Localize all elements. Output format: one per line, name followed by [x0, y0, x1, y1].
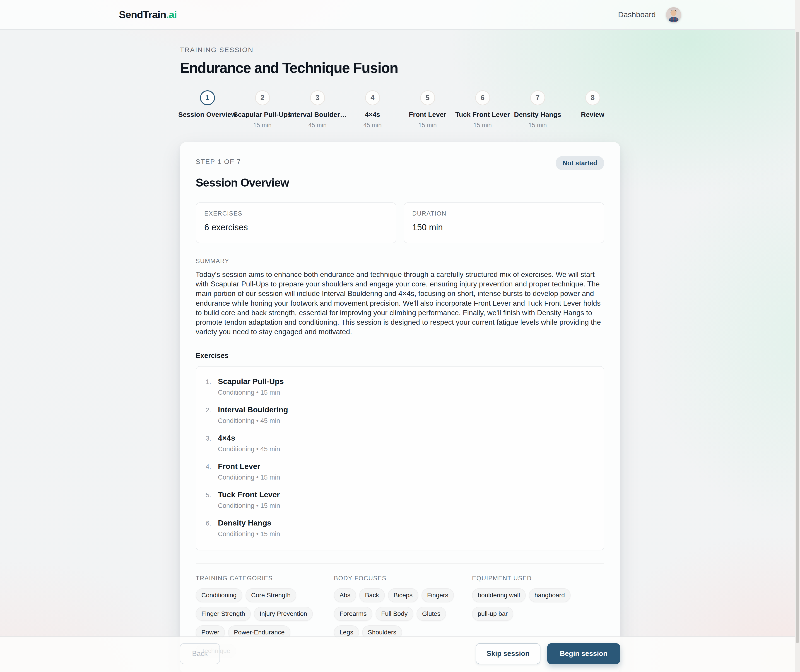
card-header: STEP 1 OF 7 Not started: [196, 156, 604, 170]
chip-body-focus: Glutes: [417, 607, 446, 621]
exercise-index: 6.: [206, 518, 218, 538]
step-label: Front Lever: [409, 111, 446, 118]
exercise-name: Scapular Pull-Ups: [218, 377, 284, 386]
chip-body-focus: Fingers: [422, 588, 454, 602]
exercise-index: 5.: [206, 490, 218, 509]
card-title: Session Overview: [196, 176, 604, 189]
stepper-item-interval-bouldering[interactable]: 3 Interval Boulder… 45 min: [290, 90, 345, 129]
brand-suffix: .ai: [166, 9, 177, 20]
step-circle: 5: [420, 90, 435, 105]
chip-training-category: Finger Strength: [196, 607, 251, 621]
training-categories-label: TRAINING CATEGORIES: [196, 575, 328, 582]
body-focuses-chips: Abs Back Biceps Fingers Forearms Full Bo…: [334, 588, 466, 639]
step-circle: 1: [200, 90, 215, 105]
hero-eyebrow: TRAINING SESSION: [180, 46, 620, 54]
step-progress-label: STEP 1 OF 7: [196, 156, 241, 165]
stepper-item-review[interactable]: 8 Review: [565, 90, 620, 129]
top-bar: SendTrain.ai Dashboard: [0, 0, 800, 30]
stat-duration-label: DURATION: [412, 210, 596, 217]
step-label: Scapular Pull-Ups: [233, 111, 292, 118]
exercise-list-item: 6. Density Hangs Conditioning • 15 min: [196, 515, 604, 544]
status-badge: Not started: [556, 156, 604, 170]
footer-inner: Back Skip session Begin session: [180, 637, 620, 664]
stat-exercises-value: 6 exercises: [204, 222, 388, 232]
exercise-name: 4×4s: [218, 434, 280, 442]
scrollbar-thumb[interactable]: [796, 32, 799, 643]
begin-session-button[interactable]: Begin session: [547, 643, 620, 664]
equipment-used-label: EQUIPMENT USED: [472, 575, 604, 582]
step-label: Density Hangs: [514, 111, 561, 118]
chip-training-category: Injury Prevention: [254, 607, 313, 621]
chip-equipment: bouldering wall: [472, 588, 526, 602]
step-label: Interval Boulder…: [288, 111, 346, 118]
step-circle: 3: [310, 90, 325, 105]
exercise-meta: Conditioning • 15 min: [218, 502, 280, 509]
exercise-index: 1.: [206, 377, 218, 396]
exercise-index: 4.: [206, 462, 218, 481]
back-button[interactable]: Back: [180, 643, 220, 664]
exercise-meta: Conditioning • 45 min: [218, 417, 288, 424]
exercise-meta: Conditioning • 45 min: [218, 445, 280, 453]
step-circle: 6: [475, 90, 490, 105]
stepper-item-tuck-front-lever[interactable]: 6 Tuck Front Lever 15 min: [455, 90, 510, 129]
card-divider: [196, 563, 604, 563]
step-circle: 2: [255, 90, 270, 105]
brand-name: SendTrain: [119, 9, 166, 20]
session-stepper: 1 Session Overview 2 Scapular Pull-Ups 1…: [180, 90, 620, 129]
chip-body-focus: Full Body: [375, 607, 414, 621]
chip-body-focus: Abs: [334, 588, 356, 602]
chip-training-category: Conditioning: [196, 588, 242, 602]
stepper-item-session-overview[interactable]: 1 Session Overview: [180, 90, 235, 129]
page-title: Endurance and Technique Fusion: [180, 59, 620, 76]
step-label: 4×4s: [365, 111, 380, 118]
session-overview-card: STEP 1 OF 7 Not started Session Overview…: [180, 142, 620, 672]
chip-body-focus: Forearms: [334, 607, 372, 621]
step-duration: 45 min: [308, 122, 327, 129]
exercise-name: Front Lever: [218, 462, 280, 471]
user-avatar-icon: [666, 7, 681, 22]
vertical-scrollbar[interactable]: [795, 0, 800, 672]
exercise-meta: Conditioning • 15 min: [218, 474, 280, 481]
exercise-name: Tuck Front Lever: [218, 490, 280, 499]
step-label: Review: [581, 111, 604, 118]
exercise-list: 1. Scapular Pull-Ups Conditioning • 15 m…: [196, 366, 604, 550]
step-circle: 8: [585, 90, 600, 105]
stepper-item-front-lever[interactable]: 5 Front Lever 15 min: [400, 90, 455, 129]
user-avatar[interactable]: [666, 7, 681, 22]
exercise-list-item: 1. Scapular Pull-Ups Conditioning • 15 m…: [196, 374, 604, 402]
stepper-item-4x4s[interactable]: 4 4×4s 45 min: [345, 90, 400, 129]
exercise-name: Density Hangs: [218, 518, 280, 527]
training-session-page: SendTrain.ai Dashboard TRAIN: [0, 0, 800, 672]
exercise-meta: Conditioning • 15 min: [218, 389, 284, 396]
summary-text: Today's session aims to enhance both end…: [196, 270, 604, 337]
step-circle: 4: [365, 90, 380, 105]
brand-logo[interactable]: SendTrain.ai: [119, 9, 177, 21]
exercise-list-item: 4. Front Lever Conditioning • 15 min: [196, 459, 604, 487]
stats-row: EXERCISES 6 exercises DURATION 150 min: [196, 202, 604, 243]
step-duration: 15 min: [528, 122, 547, 129]
nav-link-dashboard[interactable]: Dashboard: [618, 10, 656, 19]
exercise-index: 3.: [206, 434, 218, 453]
footer-right-group: Skip session Begin session: [476, 643, 620, 664]
top-nav: Dashboard: [618, 7, 681, 22]
stat-duration: DURATION 150 min: [404, 202, 604, 243]
skip-session-button[interactable]: Skip session: [476, 643, 540, 664]
step-label: Session Overview: [178, 111, 236, 118]
hero-section: TRAINING SESSION Endurance and Technique…: [180, 30, 620, 76]
step-label: Tuck Front Lever: [455, 111, 510, 118]
step-duration: 15 min: [253, 122, 272, 129]
exercise-index: 2.: [206, 405, 218, 424]
step-duration: 15 min: [418, 122, 437, 129]
top-bar-inner: SendTrain.ai Dashboard: [119, 7, 681, 22]
stepper-item-density-hangs[interactable]: 7 Density Hangs 15 min: [510, 90, 565, 129]
chip-training-category: Core Strength: [245, 588, 296, 602]
body-focuses-label: BODY FOCUSES: [334, 575, 466, 582]
stat-duration-value: 150 min: [412, 222, 596, 232]
chip-equipment: hangboard: [529, 588, 571, 602]
exercise-list-item: 3. 4×4s Conditioning • 45 min: [196, 430, 604, 459]
exercise-list-item: 2. Interval Bouldering Conditioning • 45…: [196, 402, 604, 430]
chip-equipment: pull-up bar: [472, 607, 513, 621]
stepper-item-scapular-pull-ups[interactable]: 2 Scapular Pull-Ups 15 min: [235, 90, 290, 129]
stat-exercises-label: EXERCISES: [204, 210, 388, 217]
exercises-heading: Exercises: [196, 352, 604, 360]
